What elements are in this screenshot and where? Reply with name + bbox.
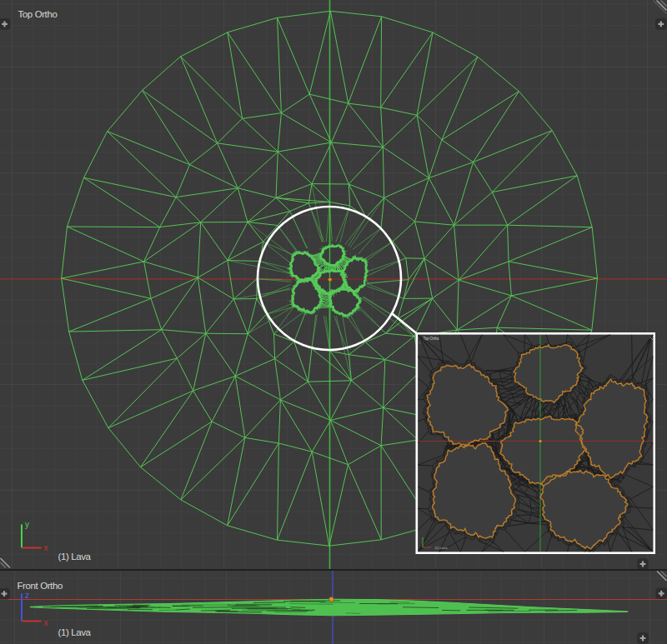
svg-text:Front Ortho: Front Ortho	[18, 581, 63, 591]
svg-text:x: x	[44, 543, 48, 552]
svg-text:(1) Lava: (1) Lava	[58, 552, 92, 562]
svg-text:z: z	[25, 591, 29, 600]
svg-text:x: x	[44, 618, 48, 627]
svg-text:Top Ortho: Top Ortho	[18, 9, 58, 19]
svg-text:y: y	[25, 520, 29, 529]
svg-text:(1) Lava: (1) Lava	[58, 627, 92, 637]
svg-text:Top Ortho: Top Ortho	[424, 337, 439, 341]
svg-text:(1) Lava: (1) Lava	[435, 546, 449, 550]
